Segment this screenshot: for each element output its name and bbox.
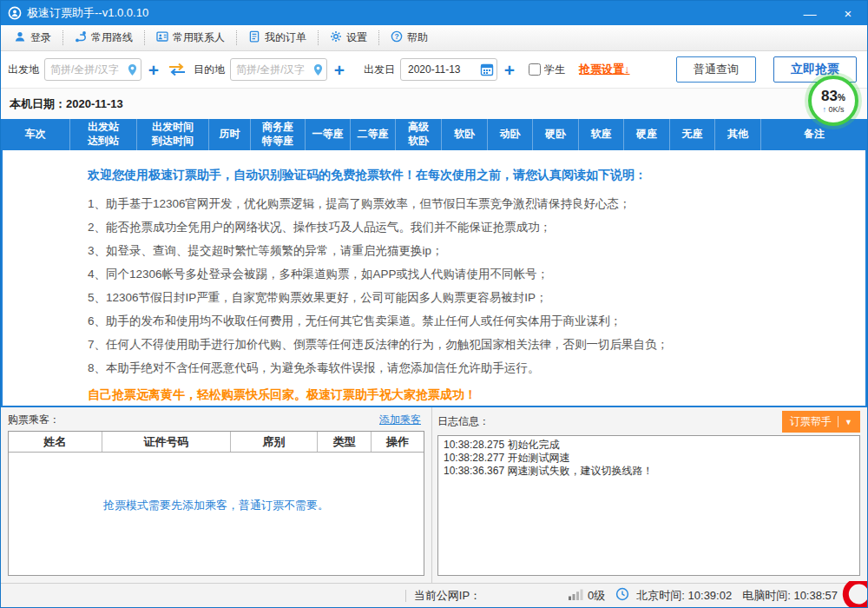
common-contacts-button[interactable]: 常用联系人 bbox=[147, 26, 234, 50]
welcome-text: 欢迎您使用极速订票助手，自动识别验证码的免费抢票软件！在每次使用之前，请您认真阅… bbox=[88, 168, 848, 183]
query-bar: 出发地 + 目的地 + 出发日 + 学生 抢票设置↓ 普通查询 立即抢票 bbox=[1, 51, 867, 88]
toolbar-separator bbox=[236, 30, 237, 45]
titlebar: 极速订票助手--v1.0.0.10 — × bbox=[1, 1, 867, 25]
red-swoosh-logo-icon bbox=[840, 581, 868, 608]
passengers-table: 姓名 证件号码 席别 类型 操作 抢票模式需要先添加乘客，普通订票不需要。 bbox=[8, 431, 424, 576]
toolbar-separator bbox=[144, 30, 145, 45]
signal-level-label: 0级 bbox=[588, 588, 605, 604]
log-output[interactable]: 10:38:28.275 初始化完成 10:38:28.277 开始测试网速 1… bbox=[437, 435, 860, 576]
notice-line-5: 5、12306节假日封IP严重，自家宽带购票效果更好，公司可能因多人购票更容易被… bbox=[88, 286, 848, 309]
my-orders-button[interactable]: 我的订单 bbox=[239, 26, 316, 50]
column-hard-sleeper[interactable]: 硬卧 bbox=[533, 119, 579, 150]
column-times[interactable]: 出发时间 到达时间 bbox=[137, 119, 209, 150]
notice-line-2: 2、能否抢票成功全凭用户的网络状况、操作技巧及人品运气。我们并不能保证抢票成功； bbox=[88, 215, 848, 239]
user-icon bbox=[14, 30, 26, 45]
result-table-header: 车次 出发站 达到站 出发时间 到达时间 历时 商务座 特等座 一等座 二等座 … bbox=[1, 119, 867, 150]
notice-line-4: 4、同个12306帐号多处登录会被踢，多种渠道购票，如APP或找人代购请使用不同… bbox=[88, 262, 848, 286]
settings-label: 设置 bbox=[346, 30, 367, 45]
column-train-no[interactable]: 车次 bbox=[1, 119, 70, 150]
destination-label: 目的地 bbox=[194, 63, 225, 77]
help-button[interactable]: ? 帮助 bbox=[381, 26, 437, 50]
column-other[interactable]: 其他 bbox=[715, 119, 761, 150]
column-deluxe-sleeper[interactable]: 高级 软卧 bbox=[396, 119, 442, 150]
passengers-title: 购票乘客： bbox=[8, 413, 60, 427]
close-button[interactable]: × bbox=[829, 1, 867, 25]
passenger-column-actions[interactable]: 操作 bbox=[372, 432, 424, 452]
add-destination-button[interactable]: + bbox=[332, 61, 346, 79]
add-departure-button[interactable]: + bbox=[147, 61, 161, 79]
passenger-column-name[interactable]: 姓名 bbox=[9, 432, 102, 452]
booking-helper-label: 订票帮手 bbox=[790, 414, 832, 429]
column-first-class[interactable]: 一等座 bbox=[306, 119, 351, 150]
passengers-panel: 购票乘客： 添加乘客 姓名 证件号码 席别 类型 操作 抢票模式需要先添加乘客，… bbox=[1, 407, 432, 583]
departure-date-input[interactable] bbox=[400, 58, 497, 81]
add-date-button[interactable]: + bbox=[503, 61, 516, 79]
app-logo-icon bbox=[8, 6, 22, 20]
departure-label: 出发地 bbox=[8, 63, 39, 77]
notice-footer: 自己抢票远离黄牛，轻松购票快乐回家。极速订票助手祝大家抢票成功！ bbox=[88, 387, 848, 403]
signal-bars-icon bbox=[568, 588, 583, 603]
column-no-seat[interactable]: 无座 bbox=[670, 119, 715, 150]
toolbar: 登录 常用路线 常用联系人 我的订单 设置 ? 帮助 bbox=[1, 25, 867, 51]
student-checkbox[interactable] bbox=[529, 63, 541, 76]
destination-input[interactable] bbox=[230, 58, 327, 81]
add-passenger-link[interactable]: 添加乘客 bbox=[379, 413, 421, 427]
notice-line-8: 8、本助手绝对不含任何恶意代码，为避免杀毒软件误报，请您添加信任允许助手运行。 bbox=[88, 356, 848, 380]
booking-helper-button[interactable]: 订票帮手 ▼ bbox=[782, 411, 860, 433]
helper-button-separator bbox=[838, 416, 838, 427]
column-business-seat[interactable]: 商务座 特等座 bbox=[251, 119, 306, 150]
notice-line-3: 3、如登录、查询、提交超时繁忙等频繁的异常，请重启光猫更换ip； bbox=[88, 239, 848, 262]
contacts-icon bbox=[156, 30, 168, 45]
common-routes-label: 常用路线 bbox=[91, 30, 133, 45]
window-controls: — × bbox=[791, 1, 867, 25]
route-icon bbox=[75, 30, 87, 45]
notice-area: 欢迎您使用极速订票助手，自动识别验证码的免费抢票软件！在每次使用之前，请您认真阅… bbox=[1, 150, 867, 407]
departure-input[interactable] bbox=[44, 58, 141, 81]
minimize-button[interactable]: — bbox=[791, 1, 829, 25]
app-window: 极速订票助手--v1.0.0.10 — × 登录 常用路线 常用联系人 我的订单 bbox=[0, 0, 868, 608]
settings-button[interactable]: 设置 bbox=[320, 26, 377, 50]
clock-icon bbox=[615, 587, 629, 604]
statusbar-separator bbox=[405, 590, 406, 602]
chevron-down-icon: ▼ bbox=[845, 418, 852, 426]
column-stations[interactable]: 出发站 达到站 bbox=[70, 119, 137, 150]
notice-line-1: 1、助手基于12306官网开发，优化购票逻辑，提高了购票效率，但节假日车票竞争激… bbox=[88, 192, 848, 215]
log-line: 10:38:36.367 网速测试失败，建议切换线路！ bbox=[444, 465, 854, 478]
log-panel: 日志信息： 订票帮手 ▼ 10:38:28.275 初始化完成 10:38:28… bbox=[432, 407, 867, 583]
bottom-section: 购票乘客： 添加乘客 姓名 证件号码 席别 类型 操作 抢票模式需要先添加乘客，… bbox=[1, 407, 867, 583]
common-routes-button[interactable]: 常用路线 bbox=[65, 26, 142, 50]
normal-query-button[interactable]: 普通查询 bbox=[676, 56, 756, 83]
gauge-percent: 83% bbox=[821, 89, 845, 103]
column-remarks[interactable]: 备注 bbox=[761, 119, 867, 150]
column-hard-seat[interactable]: 硬座 bbox=[624, 119, 670, 150]
gear-icon bbox=[330, 30, 342, 45]
student-label: 学生 bbox=[544, 63, 565, 77]
passenger-column-id[interactable]: 证件号码 bbox=[102, 432, 231, 452]
common-contacts-label: 常用联系人 bbox=[173, 30, 225, 45]
my-orders-label: 我的订单 bbox=[265, 30, 306, 45]
up-arrow-icon: ↑ bbox=[822, 105, 826, 114]
toolbar-separator bbox=[62, 30, 63, 45]
column-soft-seat[interactable]: 软座 bbox=[579, 119, 624, 150]
login-button[interactable]: 登录 bbox=[4, 26, 61, 50]
svg-text:?: ? bbox=[394, 32, 398, 41]
passenger-column-seat[interactable]: 席别 bbox=[231, 432, 318, 452]
date-label: 出发日 bbox=[364, 63, 395, 77]
status-bar: 当前公网IP： 0级 北京时间: 10:39:02 电脑时间: 10:38:57 bbox=[1, 583, 867, 607]
grab-settings-link[interactable]: 抢票设置↓ bbox=[579, 62, 630, 77]
column-duration[interactable]: 历时 bbox=[209, 119, 251, 150]
gauge-speed: ↑ 0K/s bbox=[822, 105, 844, 114]
notice-line-7: 7、任何人不得使用助手进行加价代购、倒票等任何违反法律的行为，勿触犯国家相关法律… bbox=[88, 333, 848, 356]
column-soft-sleeper[interactable]: 软卧 bbox=[442, 119, 488, 150]
toolbar-separator bbox=[318, 30, 319, 45]
column-second-class[interactable]: 二等座 bbox=[351, 119, 396, 150]
notice-line-6: 6、助手的发布和使用均不收取任何费用，无任何其它售卖渠道。禁止任何人或任何实体用… bbox=[88, 309, 848, 333]
swap-stations-icon[interactable] bbox=[168, 63, 187, 76]
orders-icon bbox=[248, 30, 260, 45]
passenger-column-type[interactable]: 类型 bbox=[318, 432, 372, 452]
column-emu-sleeper[interactable]: 动卧 bbox=[488, 119, 533, 150]
window-title: 极速订票助手--v1.0.0.10 bbox=[27, 5, 148, 21]
help-label: 帮助 bbox=[407, 30, 428, 45]
toolbar-separator bbox=[378, 30, 379, 45]
info-row: 本机日期：2020-11-13 bbox=[1, 88, 867, 119]
